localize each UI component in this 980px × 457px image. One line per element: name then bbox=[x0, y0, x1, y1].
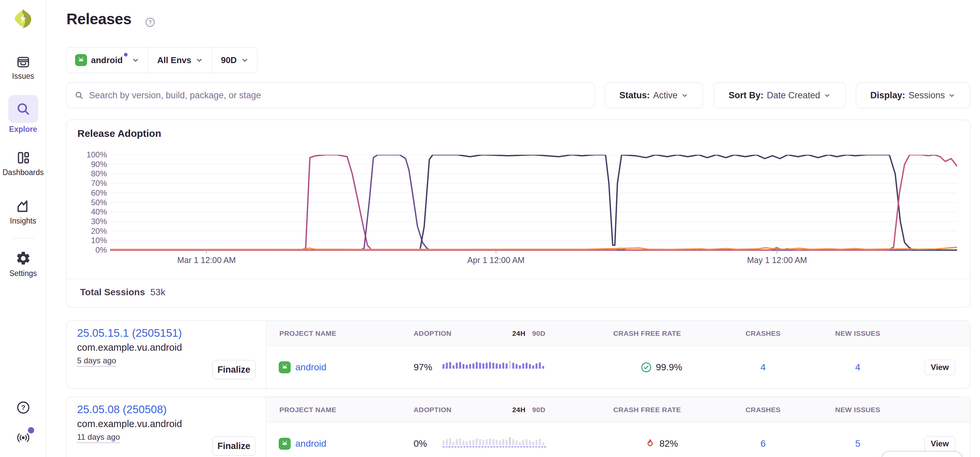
release-age: 11 days ago bbox=[77, 432, 120, 443]
dashboards-icon bbox=[16, 150, 31, 165]
sidebar-item-dashboards[interactable]: Dashboards bbox=[0, 150, 46, 177]
col-crash-free-rate: CRASH FREE RATE bbox=[613, 321, 681, 346]
crash-free-cell: 82% bbox=[645, 438, 678, 449]
search-input[interactable] bbox=[89, 90, 587, 101]
date-range-filter[interactable]: 90D bbox=[212, 48, 258, 73]
svg-text:?: ? bbox=[21, 403, 25, 411]
project-link[interactable]: android bbox=[295, 438, 326, 449]
help-button[interactable]: ? bbox=[0, 400, 46, 414]
adoption-chart bbox=[110, 155, 957, 254]
android-project-icon bbox=[279, 361, 291, 373]
release-card: 25.05.08 (250508) com.example.vu.android… bbox=[66, 397, 970, 457]
crash-free-value: 99.9% bbox=[656, 362, 682, 373]
view-button[interactable]: View bbox=[924, 436, 955, 451]
environment-filter-label: All Envs bbox=[157, 55, 191, 65]
sidebar-item-label: Insights bbox=[0, 217, 46, 225]
col-new-issues: NEW ISSUES bbox=[835, 321, 880, 346]
toggle-90d[interactable]: 90D bbox=[532, 397, 546, 422]
adoption-value: 0% bbox=[414, 438, 427, 449]
sidebar-item-explore[interactable] bbox=[8, 95, 38, 123]
adoption-sparkline bbox=[442, 359, 546, 369]
finalize-button[interactable]: Finalize bbox=[212, 360, 256, 379]
col-project-name: PROJECT NAME bbox=[279, 397, 337, 422]
android-project-icon bbox=[279, 438, 291, 450]
crash-free-cell: 99.9% bbox=[641, 362, 682, 373]
release-age: 5 days ago bbox=[77, 356, 116, 367]
page-title-help-icon[interactable]: ? bbox=[145, 17, 155, 27]
project-cell: android bbox=[279, 361, 326, 373]
svg-text:?: ? bbox=[148, 20, 152, 25]
col-adoption: ADOPTION bbox=[414, 397, 452, 422]
sidebar-item-explore-label[interactable]: Explore bbox=[0, 122, 46, 134]
crashes-link[interactable]: 4 bbox=[760, 362, 766, 373]
col-adoption: ADOPTION bbox=[414, 321, 452, 346]
adoption-chart-svg bbox=[110, 155, 957, 254]
status-dropdown[interactable]: Status: Active bbox=[605, 83, 703, 108]
finalize-button[interactable]: Finalize bbox=[212, 436, 256, 456]
chart-y-axis: 0%10%20%30%40%50%60%70%80%90%100% bbox=[67, 155, 107, 250]
sidebar-item-issues[interactable]: Issues bbox=[0, 55, 46, 81]
chevron-down-icon bbox=[824, 92, 831, 99]
release-package: com.example.vu.android bbox=[77, 419, 182, 429]
project-filter[interactable]: android bbox=[67, 48, 148, 73]
sidebar-item-insights[interactable]: Insights bbox=[0, 198, 46, 225]
col-crash-free-rate: CRASH FREE RATE bbox=[613, 397, 681, 422]
crash-free-value: 82% bbox=[659, 438, 678, 449]
floating-widget-partial[interactable] bbox=[881, 451, 963, 457]
new-issues-link[interactable]: 5 bbox=[855, 438, 861, 449]
chevron-down-icon bbox=[195, 56, 203, 64]
col-crashes: CRASHES bbox=[746, 321, 780, 346]
notification-dot bbox=[28, 427, 34, 433]
chevron-down-icon bbox=[132, 56, 140, 64]
release-search bbox=[66, 83, 595, 108]
crashes-link[interactable]: 6 bbox=[760, 438, 766, 449]
project-link[interactable]: android bbox=[295, 362, 326, 373]
chart-x-axis: Mar 1 12:00 AMApr 1 12:00 AMMay 1 12:00 … bbox=[110, 255, 957, 267]
col-project-name: PROJECT NAME bbox=[279, 321, 337, 346]
release-adoption-panel: Release Adoption 0%10%20%30%40%50%60%70%… bbox=[66, 119, 970, 308]
gear-icon bbox=[15, 251, 31, 267]
sidebar-item-label: Issues bbox=[0, 72, 46, 81]
sort-by-dropdown[interactable]: Sort By: Date Created bbox=[714, 83, 846, 108]
sidebar-divider bbox=[12, 238, 35, 238]
toggle-24h[interactable]: 24H bbox=[512, 321, 525, 346]
project-filter-label: android bbox=[91, 55, 123, 65]
release-package: com.example.vu.android bbox=[77, 342, 182, 353]
sidebar: Issues Explore Dashboards Insights bbox=[0, 0, 46, 457]
android-project-icon bbox=[75, 54, 87, 66]
sidebar-item-settings[interactable]: Settings bbox=[0, 251, 46, 278]
chevron-down-icon bbox=[948, 92, 955, 99]
adoption-value: 97% bbox=[414, 362, 432, 373]
sidebar-item-label: Dashboards bbox=[0, 168, 46, 177]
date-range-filter-label: 90D bbox=[221, 55, 237, 65]
project-notification-dot bbox=[124, 53, 127, 57]
release-version-link[interactable]: 25.05.15.1 (2505151) bbox=[77, 327, 182, 340]
total-sessions-label: Total Sessions bbox=[80, 287, 145, 298]
display-dropdown[interactable]: Display: Sessions bbox=[856, 83, 970, 108]
view-button[interactable]: View bbox=[924, 360, 955, 375]
toggle-24h[interactable]: 24H bbox=[512, 397, 525, 422]
project-cell: android bbox=[279, 438, 326, 450]
panel-divider bbox=[67, 279, 970, 279]
sentry-logo-icon[interactable] bbox=[12, 8, 33, 29]
release-card: 25.05.15.1 (2505151) com.example.vu.andr… bbox=[66, 321, 970, 389]
col-new-issues: NEW ISSUES bbox=[835, 397, 880, 422]
total-sessions-value: 53k bbox=[151, 287, 165, 298]
check-circle-icon bbox=[641, 362, 652, 373]
page-title: Releases bbox=[67, 10, 132, 28]
whats-new-button[interactable] bbox=[0, 430, 46, 445]
chart-title: Release Adoption bbox=[77, 128, 161, 139]
environment-filter[interactable]: All Envs bbox=[148, 48, 212, 73]
fire-icon bbox=[645, 438, 655, 449]
help-icon: ? bbox=[16, 400, 30, 414]
issues-icon bbox=[16, 55, 30, 69]
total-sessions-row: Total Sessions 53k bbox=[80, 287, 165, 298]
sidebar-item-label: Settings bbox=[0, 269, 46, 278]
search-icon bbox=[16, 101, 31, 117]
toggle-90d[interactable]: 90D bbox=[532, 321, 546, 346]
col-crashes: CRASHES bbox=[746, 397, 780, 422]
adoption-sparkline bbox=[442, 436, 546, 445]
release-version-link[interactable]: 25.05.08 (250508) bbox=[77, 403, 167, 416]
new-issues-link[interactable]: 4 bbox=[855, 362, 861, 373]
search-icon bbox=[75, 90, 84, 100]
